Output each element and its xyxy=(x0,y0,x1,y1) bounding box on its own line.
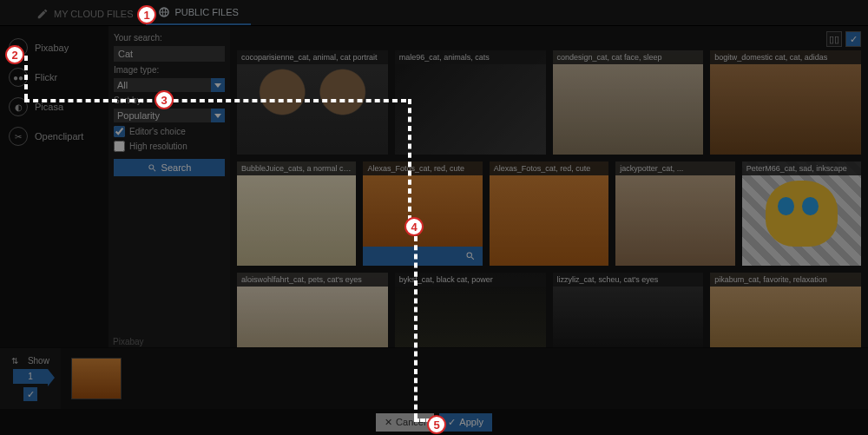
result-card[interactable]: BubbleJuice_cats, a normal cat, pet xyxy=(237,161,356,266)
search-button-label: Search xyxy=(161,162,192,173)
search-button[interactable]: Search xyxy=(114,159,225,176)
tray-count[interactable]: 1 xyxy=(13,369,48,384)
tab-public-files[interactable]: PUBLIC FILES xyxy=(146,1,251,25)
sort-by-value: Popularity xyxy=(114,109,225,122)
result-card[interactable]: male96_cat, animals, cats xyxy=(395,50,546,155)
tab-label: PUBLIC FILES xyxy=(175,7,239,17)
tray-controls: ⇅ Show 1 ✓ xyxy=(0,348,61,409)
result-card[interactable]: Alexas_Fotos_cat, red, cute xyxy=(490,161,608,266)
annotation-marker-4: 4 xyxy=(404,217,424,236)
result-card[interactable]: bykst_cat, black cat, power xyxy=(395,273,546,347)
openclipart-icon: ✂ xyxy=(9,127,28,146)
result-card[interactable]: Alexas_Fotos_cat, red, cute xyxy=(363,161,482,266)
tray-check-icon[interactable]: ✓ xyxy=(23,387,37,401)
result-image xyxy=(490,161,608,266)
result-caption: Alexas_Fotos_cat, red, cute xyxy=(490,161,608,175)
top-tabs: MY CLOUD FILES PUBLIC FILES xyxy=(0,0,868,26)
sort-arrows-icon[interactable]: ⇅ xyxy=(11,356,18,366)
result-image xyxy=(395,50,546,155)
picasa-icon: ◐ xyxy=(9,97,28,116)
results-grid: ▯▯ ✓ cocoparisienne_cat, animal, cat por… xyxy=(230,26,868,347)
view-columns-icon[interactable]: ▯▯ xyxy=(826,31,842,47)
result-image xyxy=(742,161,861,266)
tray-show-label[interactable]: Show xyxy=(28,356,49,366)
result-caption: PeterM66_cat, sad, inkscape xyxy=(742,161,861,175)
result-caption: lizzyliz_cat, scheu, cat's eyes xyxy=(553,273,704,287)
result-image xyxy=(237,161,356,266)
result-caption: male96_cat, animals, cats xyxy=(395,50,546,64)
result-image xyxy=(553,50,704,155)
tab-my-cloud-files[interactable]: MY CLOUD FILES xyxy=(24,3,146,25)
result-image xyxy=(237,50,388,155)
chevron-down-icon[interactable] xyxy=(211,109,225,122)
checkbox-label: High resolution xyxy=(129,142,187,151)
checkbox-input[interactable] xyxy=(114,141,125,152)
main-body: ✦Pixabay ●●Flickr ◐Picasa ✂Openclipart Y… xyxy=(0,26,868,347)
result-card[interactable]: PeterM66_cat, sad, inkscape xyxy=(742,161,861,266)
result-caption: pikabum_cat, favorite, relaxation xyxy=(710,273,861,287)
result-caption: bogitw_domestic cat, cat, adidas xyxy=(710,50,861,64)
provider-label: Pixabay xyxy=(113,337,144,346)
flickr-icon: ●● xyxy=(9,68,28,87)
source-picasa[interactable]: ◐Picasa xyxy=(0,92,108,122)
cancel-label: Cancel xyxy=(396,417,425,427)
annotation-marker-3: 3 xyxy=(155,90,174,109)
source-label: Openclipart xyxy=(35,131,83,142)
image-type-label: Image type: xyxy=(114,65,225,75)
result-card[interactable]: pikabum_cat, favorite, relaxation xyxy=(710,273,861,347)
search-input[interactable] xyxy=(114,46,225,62)
search-panel: Your search: Image type: All Sort by: Po… xyxy=(108,26,230,347)
check-icon: ✓ xyxy=(448,417,456,428)
result-caption: BubbleJuice_cats, a normal cat, pet xyxy=(237,161,356,175)
source-label: Picasa xyxy=(35,102,63,112)
cancel-button[interactable]: ✕Cancel xyxy=(376,413,434,432)
annotation-marker-1: 1 xyxy=(137,5,156,24)
selection-bar[interactable] xyxy=(363,247,482,266)
source-label: Flickr xyxy=(35,72,57,82)
globe-icon xyxy=(158,6,170,18)
result-card[interactable]: lizzyliz_cat, scheu, cat's eyes xyxy=(553,273,704,347)
high-resolution-checkbox[interactable]: High resolution xyxy=(114,141,225,152)
pencil-icon xyxy=(36,8,49,20)
view-check-icon[interactable]: ✓ xyxy=(845,31,861,47)
image-type-select[interactable]: All xyxy=(114,78,225,92)
result-image xyxy=(615,161,734,266)
annotation-marker-5: 5 xyxy=(427,415,446,434)
result-caption: jackypotter_cat, ... xyxy=(615,161,734,175)
result-card[interactable]: condesign_cat, cat face, sleep xyxy=(553,50,704,155)
source-flickr[interactable]: ●●Flickr xyxy=(0,63,108,92)
search-icon xyxy=(465,251,476,261)
chevron-down-icon[interactable] xyxy=(211,78,225,92)
apply-button[interactable]: ✓Apply xyxy=(439,413,492,432)
editors-choice-checkbox[interactable]: Editor's choice xyxy=(114,126,225,137)
result-card[interactable]: aloiswohlfahrt_cat, pets, cat's eyes xyxy=(237,273,388,347)
your-search-label: Your search: xyxy=(114,33,225,43)
result-card[interactable]: jackypotter_cat, ... xyxy=(615,161,734,266)
checkbox-label: Editor's choice xyxy=(129,127,186,136)
close-icon: ✕ xyxy=(385,417,392,428)
source-list: ✦Pixabay ●●Flickr ◐Picasa ✂Openclipart xyxy=(0,26,108,347)
selection-tray: ⇅ Show 1 ✓ xyxy=(0,348,868,409)
tab-label: MY CLOUD FILES xyxy=(54,9,134,19)
checkbox-input[interactable] xyxy=(114,126,125,137)
result-caption: cocoparisienne_cat, animal, cat portrait xyxy=(237,50,388,64)
result-card[interactable]: bogitw_domestic cat, cat, adidas xyxy=(710,50,861,155)
result-caption: condesign_cat, cat face, sleep xyxy=(553,50,704,64)
result-image xyxy=(710,50,861,155)
result-caption: Alexas_Fotos_cat, red, cute xyxy=(363,161,482,175)
apply-label: Apply xyxy=(459,417,483,427)
source-openclipart[interactable]: ✂Openclipart xyxy=(0,122,108,151)
result-caption: bykst_cat, black cat, power xyxy=(395,273,546,287)
result-caption: aloiswohlfahrt_cat, pets, cat's eyes xyxy=(237,273,388,287)
result-card[interactable]: cocoparisienne_cat, animal, cat portrait xyxy=(237,50,388,155)
sort-by-select[interactable]: Popularity xyxy=(114,109,225,122)
source-label: Pixabay xyxy=(35,43,69,53)
grid-view-tools: ▯▯ ✓ xyxy=(826,31,861,47)
search-icon xyxy=(148,163,157,173)
image-type-value: All xyxy=(114,78,225,92)
annotation-marker-2: 2 xyxy=(5,45,24,64)
tray-thumbnail[interactable] xyxy=(71,358,122,399)
